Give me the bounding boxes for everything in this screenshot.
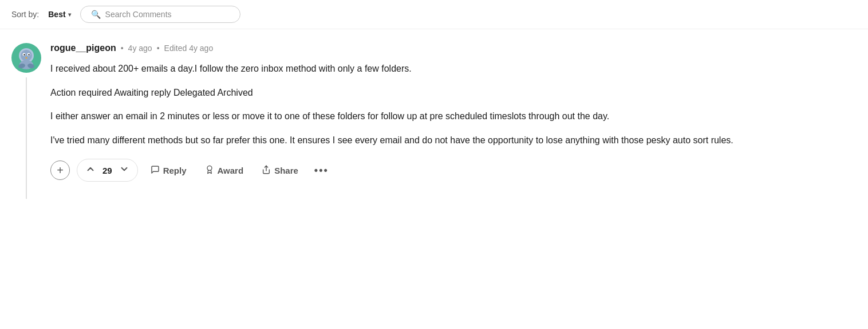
share-label: Share: [274, 166, 298, 175]
sort-label: Sort by:: [11, 10, 39, 19]
more-options-button[interactable]: •••: [309, 161, 334, 180]
add-button[interactable]: +: [50, 160, 70, 180]
comment-section: rogue__pigeon • 4y ago • Edited 4y ago I…: [0, 29, 868, 199]
timestamp: 4y ago: [128, 44, 152, 53]
comment-container: rogue__pigeon • 4y ago • Edited 4y ago I…: [11, 43, 857, 199]
share-button[interactable]: Share: [254, 160, 306, 181]
edited-label: Edited 4y ago: [164, 44, 214, 53]
comment-content: I received about 200+ emails a day.I fol…: [50, 61, 841, 147]
top-bar: Sort by: Best ▾ 🔍 Search Comments: [0, 0, 868, 29]
downvote-button[interactable]: [117, 163, 132, 178]
reply-label: Reply: [163, 166, 187, 175]
award-button[interactable]: Award: [197, 160, 252, 181]
vote-group: 29: [77, 159, 138, 182]
dot-separator-2: •: [157, 44, 160, 53]
avatar: [11, 43, 41, 73]
downvote-icon: [119, 164, 129, 177]
more-icon: •••: [314, 164, 329, 176]
chevron-down-icon: ▾: [68, 11, 71, 18]
comment-body: rogue__pigeon • 4y ago • Edited 4y ago I…: [50, 43, 857, 199]
search-bar[interactable]: 🔍 Search Comments: [80, 6, 240, 23]
reply-icon: [151, 165, 160, 176]
upvote-button[interactable]: [83, 163, 98, 178]
upvote-icon: [85, 164, 96, 177]
reply-button[interactable]: Reply: [143, 160, 195, 181]
thread-line: [26, 77, 27, 199]
comment-paragraph-4: I've tried many different methods but so…: [50, 133, 841, 148]
sort-value: Best: [48, 10, 65, 19]
comment-paragraph-2: Action required Awaiting reply Delegated…: [50, 85, 841, 100]
svg-point-5: [23, 54, 25, 55]
comment-paragraph-1: I received about 200+ emails a day.I fol…: [50, 61, 841, 76]
svg-point-6: [28, 54, 29, 55]
dot-separator: •: [121, 44, 124, 53]
username[interactable]: rogue__pigeon: [50, 43, 116, 53]
comment-header: rogue__pigeon • 4y ago • Edited 4y ago: [50, 43, 857, 53]
action-bar: + 29: [50, 159, 857, 187]
sort-dropdown[interactable]: Best ▾: [48, 10, 70, 19]
search-icon: 🔍: [91, 10, 101, 19]
award-label: Award: [218, 166, 244, 175]
sort-by-text: Sort by:: [11, 10, 39, 19]
svg-point-2: [21, 50, 32, 61]
comment-paragraph-3: I either answer an email in 2 minutes or…: [50, 109, 841, 124]
search-placeholder-text: Search Comments: [105, 10, 172, 19]
vote-count: 29: [100, 166, 115, 175]
share-icon: [262, 165, 271, 176]
avatar-column: [11, 43, 41, 199]
award-icon: [205, 165, 214, 176]
